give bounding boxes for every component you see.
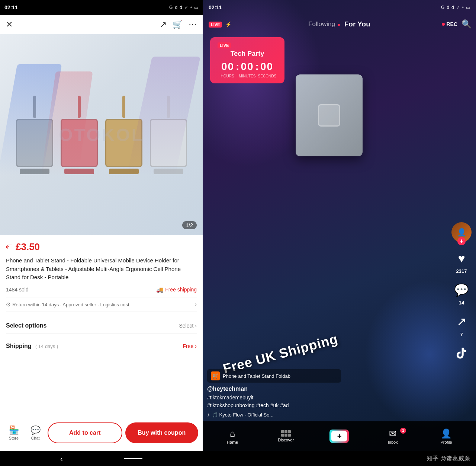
home-icon: ⌂ [230,428,235,439]
zhihu-watermark: 知乎 @诸葛威廉 [427,455,470,463]
left-panel: 02:11 G d d ✓ • ▭ ✕ ↗ 🛒 ⋯ [0,0,203,466]
share-button[interactable]: ↗ [160,20,167,29]
music-row[interactable]: ♪ 🎵 Kyoto Flow - Official So... [207,412,446,418]
tiktok-icon2: d [180,5,182,10]
hashtag-line1[interactable]: #tiktokmademebuyit [207,394,446,402]
product-tag-bar[interactable]: 🛒 Phone and Tablet Stand Foldab [207,369,341,383]
inbox-label: Inbox [388,440,398,444]
tech-party-live-badge: LIVE [218,42,231,48]
returns-left: ⊙ Return within 14 days · Approved selle… [6,301,129,308]
add-icon: + [331,431,347,441]
tab-following[interactable]: Following [308,20,340,28]
nav-add[interactable]: + [328,430,350,443]
discover-icon [281,430,291,437]
shipping-free-row: Free › [183,343,197,349]
chat-button[interactable]: 💬 Chat [26,425,45,440]
product-info: 🏷 £3.50 Phone and Tablet Stand - Foldabl… [0,235,203,414]
status-bar-left: 02:11 G d d ✓ • ▭ [0,0,203,15]
timer-labels: HOURS MINUTES SECONDS [218,74,277,78]
sold-count: 1484 sold [6,287,29,293]
more-button[interactable]: ⋯ [189,20,197,29]
close-button[interactable]: ✕ [6,20,13,29]
comment-icon: 💬 [453,281,470,299]
demo-stand-body [296,74,363,156]
g-icon-r: G [441,5,444,10]
nav-inbox[interactable]: ✉ 1 Inbox [382,428,404,444]
inbox-icon: ✉ [389,428,396,439]
shipping-arrow: › [195,343,197,349]
select-arrow: › [195,323,197,329]
nav-profile[interactable]: 👤 Profile [435,428,457,444]
select-options-row[interactable]: Select options Select › [6,318,197,334]
timer-colon1: : [236,61,239,73]
shipping-row[interactable]: Shipping ( 14 days ) Free › [6,338,197,354]
top-nav-icons: ↗ 🛒 ⋯ [160,20,197,29]
battery-icon-r: ▭ [466,5,470,10]
chat-icon: 💬 [30,425,41,435]
rec-text: REC [446,21,457,27]
share-button-tiktok[interactable]: ↗ 7 [453,313,470,337]
image-counter: 1/2 [182,221,197,229]
bottom-action-bar: 🏪 Store 💬 Chat Add to cart Buy with coup… [0,414,203,451]
follow-plus-button[interactable]: + [457,237,466,245]
returns-row[interactable]: ⊙ Return within 14 days · Approved selle… [6,297,197,312]
comment-button[interactable]: 💬 14 [453,281,470,306]
store-label: Store [9,436,19,440]
tiktok-logo [453,345,470,362]
shipping-days: ( 14 days ) [35,344,58,349]
lightning-icon: ⚡ [225,21,232,27]
demo-stand-center [318,104,340,127]
system-nav-left: ‹ [0,451,203,466]
like-count: 2317 [456,268,467,274]
live-nav-badge[interactable]: LIVE ⚡ [209,21,232,28]
nav-discover[interactable]: Discover [275,430,297,442]
user-avatar[interactable]: 👤 + [451,222,472,242]
select-text: Select [179,323,193,329]
music-text: 🎵 Kyoto Flow - Official So... [212,412,273,418]
product-image-container: OTOKOL 1/2 [0,34,203,235]
returns-text: Return within 14 days · Approved seller … [12,302,129,307]
product-title: Phone and Tablet Stand - Foldable Univer… [6,256,197,282]
dot-icon-r: • [462,5,464,10]
product-tag-text: Phone and Tablet Stand Foldab [223,373,290,379]
phone-stand-demo [277,74,381,223]
store-icon: 🏪 [9,425,19,435]
store-button[interactable]: 🏪 Store [4,425,23,440]
shipping-icon: 🚚 [156,286,164,293]
tiktok-icon1: d [175,5,177,10]
username[interactable]: @heytechman [207,386,446,392]
profile-icon: 👤 [441,428,452,439]
search-button-tiktok[interactable]: 🔍 [461,19,472,29]
tiktok-right-actions: 👤 + ♥ 2317 💬 14 ↗ 7 [451,222,472,362]
home-indicator-left [124,458,142,459]
tech-party-banner[interactable]: LIVE Tech Party 00 : 00 : 00 HOURS MINUT… [210,37,284,83]
select-label: Select options [6,322,46,329]
select-action: Select › [179,323,197,329]
seconds-label: SECONDS [257,74,277,78]
tiktok-bottom-nav: ⌂ Home Discover + ✉ 1 Inbox 👤 [203,421,476,451]
timer-seconds: 00 [260,61,273,73]
price: £3.50 [16,241,40,253]
product-image-bg [0,34,203,235]
g-icon: G [169,5,173,10]
top-nav-left: ✕ ↗ 🛒 ⋯ [0,15,203,34]
back-button-left[interactable]: ‹ [60,454,63,463]
nav-home[interactable]: ⌂ Home [221,428,244,444]
music-icon: ♪ [207,412,210,418]
like-button[interactable]: ♥ 2317 [453,250,470,274]
tab-for-you[interactable]: For You [344,20,370,28]
status-time-right: 02:11 [209,4,222,10]
cart-button[interactable]: 🛒 [173,20,183,29]
dot-icon: • [190,5,192,10]
hashtags: #tiktokmademebuyit #tiktokshopunboxing #… [207,394,446,409]
check-icon-r: ✓ [456,5,460,10]
add-to-cart-button[interactable]: Add to cart [48,422,122,443]
status-time-left: 02:11 [4,4,18,10]
hours-label: HOURS [218,74,237,78]
buy-with-coupon-button[interactable]: Buy with coupon [125,422,199,443]
add-button[interactable]: + [329,430,349,443]
hashtag-line2[interactable]: #tiktokshopunboxing #tech #uk #ad [207,402,446,409]
tiktok-nav-tabs: Following For You [308,20,370,28]
discover-label: Discover [278,438,294,442]
timer-colon2: : [255,61,259,73]
